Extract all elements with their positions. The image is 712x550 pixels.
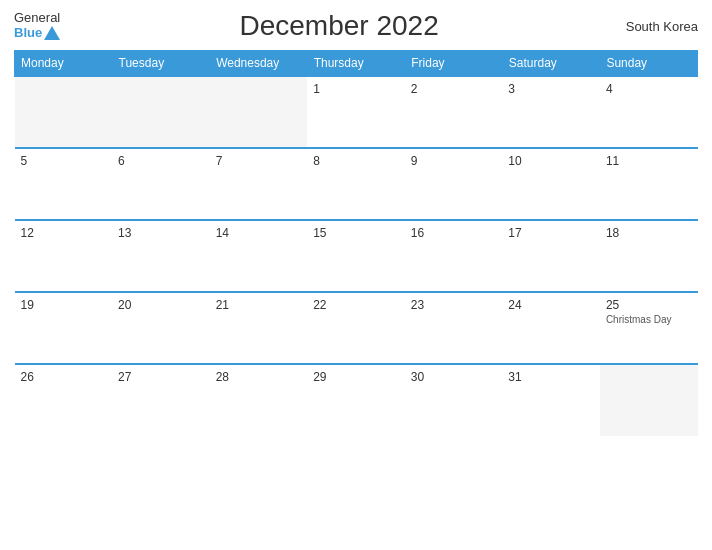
calendar-day: 2 bbox=[405, 76, 503, 148]
day-number: 19 bbox=[21, 298, 107, 312]
day-number: 2 bbox=[411, 82, 497, 96]
day-number: 31 bbox=[508, 370, 594, 384]
calendar-header: Monday Tuesday Wednesday Thursday Friday… bbox=[15, 51, 698, 77]
calendar-week-1: 1234 bbox=[15, 76, 698, 148]
calendar-day: 11 bbox=[600, 148, 698, 220]
calendar-week-5: 262728293031 bbox=[15, 364, 698, 436]
day-number: 13 bbox=[118, 226, 204, 240]
logo: General Blue bbox=[14, 11, 60, 41]
calendar-day: 4 bbox=[600, 76, 698, 148]
logo-line1: General bbox=[14, 11, 60, 26]
calendar-day: 9 bbox=[405, 148, 503, 220]
calendar-day: 16 bbox=[405, 220, 503, 292]
calendar-week-3: 12131415161718 bbox=[15, 220, 698, 292]
calendar-day bbox=[600, 364, 698, 436]
col-tuesday: Tuesday bbox=[112, 51, 210, 77]
col-friday: Friday bbox=[405, 51, 503, 77]
calendar-day: 19 bbox=[15, 292, 113, 364]
col-monday: Monday bbox=[15, 51, 113, 77]
calendar-day bbox=[112, 76, 210, 148]
day-number: 7 bbox=[216, 154, 302, 168]
svg-marker-0 bbox=[44, 26, 60, 40]
day-number: 11 bbox=[606, 154, 692, 168]
calendar-table: Monday Tuesday Wednesday Thursday Friday… bbox=[14, 50, 698, 436]
day-number: 5 bbox=[21, 154, 107, 168]
day-number: 25 bbox=[606, 298, 692, 312]
calendar-day: 7 bbox=[210, 148, 308, 220]
calendar-day: 28 bbox=[210, 364, 308, 436]
calendar-day: 29 bbox=[307, 364, 405, 436]
col-thursday: Thursday bbox=[307, 51, 405, 77]
calendar-day: 17 bbox=[502, 220, 600, 292]
calendar-body: 1234567891011121314151617181920212223242… bbox=[15, 76, 698, 436]
calendar-day: 12 bbox=[15, 220, 113, 292]
day-number: 17 bbox=[508, 226, 594, 240]
calendar-page: General Blue December 2022 South Korea M… bbox=[0, 0, 712, 550]
holiday-label: Christmas Day bbox=[606, 314, 692, 325]
calendar-day: 26 bbox=[15, 364, 113, 436]
day-number: 26 bbox=[21, 370, 107, 384]
day-number: 15 bbox=[313, 226, 399, 240]
calendar-day: 10 bbox=[502, 148, 600, 220]
day-number: 3 bbox=[508, 82, 594, 96]
day-number: 23 bbox=[411, 298, 497, 312]
day-number: 1 bbox=[313, 82, 399, 96]
calendar-day: 14 bbox=[210, 220, 308, 292]
logo-line2: Blue bbox=[14, 26, 42, 41]
day-number: 20 bbox=[118, 298, 204, 312]
day-number: 29 bbox=[313, 370, 399, 384]
calendar-day: 22 bbox=[307, 292, 405, 364]
calendar-week-4: 19202122232425Christmas Day bbox=[15, 292, 698, 364]
day-number: 30 bbox=[411, 370, 497, 384]
day-number: 12 bbox=[21, 226, 107, 240]
calendar-day: 31 bbox=[502, 364, 600, 436]
calendar-day bbox=[15, 76, 113, 148]
calendar-title: December 2022 bbox=[60, 10, 618, 42]
day-number: 27 bbox=[118, 370, 204, 384]
calendar-day: 8 bbox=[307, 148, 405, 220]
col-saturday: Saturday bbox=[502, 51, 600, 77]
calendar-day: 3 bbox=[502, 76, 600, 148]
calendar-day: 18 bbox=[600, 220, 698, 292]
calendar-day: 20 bbox=[112, 292, 210, 364]
day-number: 28 bbox=[216, 370, 302, 384]
day-number: 9 bbox=[411, 154, 497, 168]
day-number: 4 bbox=[606, 82, 692, 96]
calendar-week-2: 567891011 bbox=[15, 148, 698, 220]
calendar-day: 5 bbox=[15, 148, 113, 220]
day-number: 8 bbox=[313, 154, 399, 168]
day-number: 6 bbox=[118, 154, 204, 168]
calendar-day: 15 bbox=[307, 220, 405, 292]
day-number: 10 bbox=[508, 154, 594, 168]
calendar-day: 30 bbox=[405, 364, 503, 436]
calendar-day: 21 bbox=[210, 292, 308, 364]
calendar-day: 24 bbox=[502, 292, 600, 364]
calendar-day: 1 bbox=[307, 76, 405, 148]
day-number: 18 bbox=[606, 226, 692, 240]
day-number: 22 bbox=[313, 298, 399, 312]
col-sunday: Sunday bbox=[600, 51, 698, 77]
calendar-day: 6 bbox=[112, 148, 210, 220]
calendar-day: 23 bbox=[405, 292, 503, 364]
logo-triangle-icon bbox=[44, 26, 60, 40]
day-number: 24 bbox=[508, 298, 594, 312]
day-number: 21 bbox=[216, 298, 302, 312]
calendar-day: 13 bbox=[112, 220, 210, 292]
header: General Blue December 2022 South Korea bbox=[14, 10, 698, 42]
calendar-day: 25Christmas Day bbox=[600, 292, 698, 364]
country-label: South Korea bbox=[618, 19, 698, 34]
col-wednesday: Wednesday bbox=[210, 51, 308, 77]
day-number: 14 bbox=[216, 226, 302, 240]
calendar-day: 27 bbox=[112, 364, 210, 436]
day-number: 16 bbox=[411, 226, 497, 240]
calendar-day bbox=[210, 76, 308, 148]
